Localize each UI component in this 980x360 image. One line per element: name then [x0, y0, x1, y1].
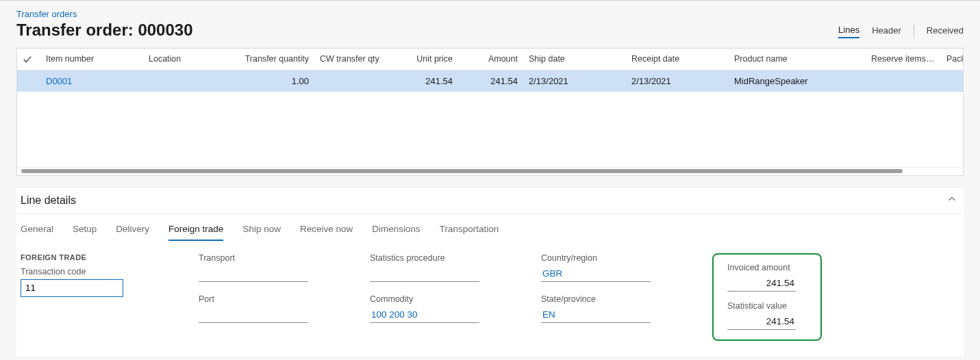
- col-location[interactable]: Location: [143, 49, 225, 70]
- transport-field[interactable]: [199, 266, 308, 282]
- ltab-receive-now[interactable]: Receive now: [300, 220, 353, 241]
- cell-unit-price: 241.54: [390, 70, 458, 92]
- tab-header[interactable]: Header: [872, 25, 901, 38]
- row-select[interactable]: [17, 70, 40, 92]
- cell-transfer-qty: 1.00: [225, 70, 314, 92]
- line-details-panel: Line details General Setup Delivery Fore…: [16, 187, 964, 358]
- ltab-transportation[interactable]: Transportation: [440, 220, 499, 241]
- invoiced-amount-field: [727, 275, 796, 292]
- col-transfer-qty[interactable]: Transfer quantity: [225, 49, 314, 70]
- ltab-general[interactable]: General: [21, 220, 53, 241]
- cell-item-number[interactable]: D0001: [40, 70, 143, 92]
- label-invoiced-amount: Invoiced amount: [727, 263, 807, 272]
- ft-col-2: Transport Port: [199, 253, 363, 335]
- foreign-trade-fieldset: FOREIGN TRADE Transaction code Transport…: [16, 241, 964, 357]
- grid-horizontal-scrollbar[interactable]: [17, 167, 963, 175]
- statistical-value-field: [727, 313, 796, 330]
- cell-receipt-date: 2/13/2021: [626, 70, 729, 92]
- label-commodity: Commodity: [370, 294, 534, 304]
- col-packing-qty[interactable]: Packing qu: [941, 49, 963, 70]
- col-item-number[interactable]: Item number: [40, 49, 143, 70]
- cell-cw-transfer-qty: [314, 70, 390, 92]
- label-statistics-procedure: Statistics procedure: [370, 253, 534, 263]
- col-product-name[interactable]: Product name: [729, 49, 866, 70]
- ft-col-3: Statistics procedure Commodity: [370, 253, 534, 335]
- cell-product-name: MidRangeSpeaker: [729, 70, 866, 92]
- label-transaction-code: Transaction code: [21, 267, 192, 277]
- ltab-ship-now[interactable]: Ship now: [242, 220, 281, 241]
- breadcrumb: Transfer orders: [16, 6, 964, 19]
- line-details-tabs: General Setup Delivery Foreign trade Shi…: [16, 214, 964, 241]
- grid-header-row: Item number Location Transfer quantity C…: [17, 49, 963, 70]
- cell-location: [143, 70, 225, 92]
- col-receipt-date[interactable]: Receipt date: [626, 49, 729, 70]
- ft-col-1: FOREIGN TRADE Transaction code: [21, 253, 192, 309]
- check-icon: [23, 55, 32, 64]
- col-reserve[interactable]: Reserve items a...: [866, 49, 941, 70]
- country-region-field[interactable]: [541, 266, 651, 282]
- breadcrumb-transfer-orders[interactable]: Transfer orders: [16, 9, 77, 19]
- label-country-region: Country/region: [541, 253, 705, 263]
- label-statistical-value: Statistical value: [727, 301, 807, 311]
- cell-reserve: [866, 70, 941, 92]
- ltab-dimensions[interactable]: Dimensions: [372, 220, 420, 241]
- label-port: Port: [199, 294, 363, 304]
- cell-ship-date: 2/13/2021: [523, 70, 626, 92]
- label-transport: Transport: [199, 253, 363, 263]
- ltab-setup[interactable]: Setup: [73, 220, 97, 241]
- label-state-province: State/province: [541, 294, 705, 304]
- cell-amount: 241.54: [458, 70, 523, 92]
- view-tabs: Lines Header Received: [838, 25, 964, 48]
- amount-highlight-box: Invoiced amount Statistical value: [712, 253, 822, 341]
- ft-col-4: Country/region State/province: [541, 253, 705, 335]
- col-amount[interactable]: Amount: [458, 49, 523, 70]
- grid-empty-space: [17, 92, 963, 167]
- state-province-field[interactable]: [541, 307, 651, 323]
- tab-divider: [914, 25, 914, 38]
- line-details-title: Line details: [21, 194, 76, 207]
- port-field[interactable]: [199, 307, 308, 323]
- col-ship-date[interactable]: Ship date: [523, 49, 626, 70]
- scrollbar-thumb[interactable]: [21, 169, 903, 173]
- lines-grid-card: Item number Location Transfer quantity C…: [16, 48, 964, 176]
- grid-select-all[interactable]: [17, 49, 40, 70]
- statistics-procedure-field[interactable]: [370, 266, 479, 282]
- page-title: Transfer order: 000030: [16, 21, 192, 40]
- foreign-trade-section-label: FOREIGN TRADE: [21, 253, 192, 261]
- tab-received[interactable]: Received: [927, 25, 964, 38]
- table-row[interactable]: D0001 1.00 241.54 241.54 2/13/2021 2/13/…: [17, 70, 963, 92]
- commodity-field[interactable]: [370, 307, 479, 323]
- col-unit-price[interactable]: Unit price: [390, 49, 458, 70]
- lines-grid: Item number Location Transfer quantity C…: [17, 49, 963, 92]
- col-cw-transfer-qty[interactable]: CW transfer qty: [314, 49, 390, 70]
- transaction-code-field[interactable]: [21, 279, 123, 297]
- chevron-up-icon[interactable]: [947, 194, 957, 206]
- ltab-delivery[interactable]: Delivery: [116, 220, 149, 241]
- ltab-foreign-trade[interactable]: Foreign trade: [168, 220, 223, 241]
- cell-packing-qty: [941, 70, 963, 92]
- tab-lines[interactable]: Lines: [838, 25, 859, 38]
